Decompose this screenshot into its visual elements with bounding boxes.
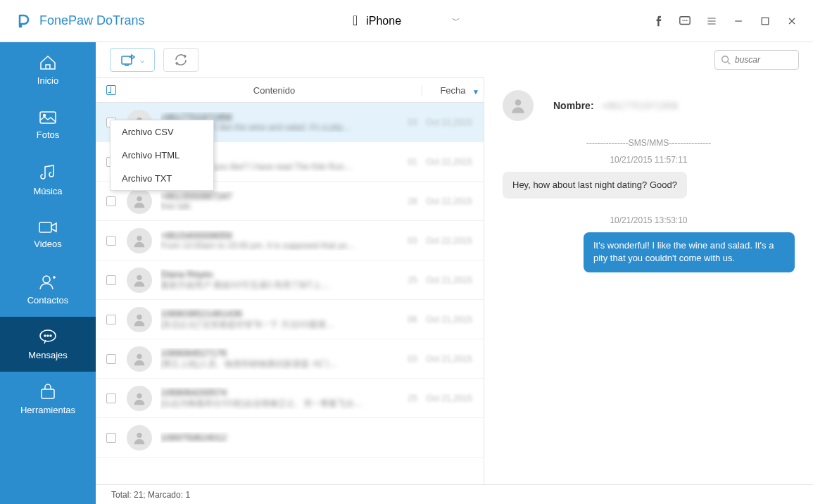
row-checkbox[interactable]: [106, 275, 116, 285]
avatar: [127, 425, 152, 451]
search-box[interactable]: [714, 50, 799, 70]
message-row[interactable]: 1069036521461438[东北以太]"这里都是经管"B一下 方法XX图谱…: [96, 300, 484, 339]
svg-point-11: [47, 335, 49, 336]
header-date[interactable]: Fecha▼: [422, 85, 484, 96]
svg-point-8: [43, 276, 50, 283]
main-area: ⌵ Contenido Fecha▼ +8617701971956It's wo…: [96, 42, 813, 504]
row-name: Diana Reyes: [160, 269, 402, 279]
svg-rect-5: [40, 112, 56, 123]
sidebar-label: Videos: [34, 239, 62, 249]
sidebar-label: Herramientas: [20, 405, 75, 415]
export-icon: [120, 53, 136, 66]
refresh-icon: [174, 53, 188, 66]
videos-icon: [38, 220, 58, 234]
message-row[interactable]: 1069750624012: [96, 418, 484, 458]
message-row[interactable]: Diana Reyes最新升级用户 高级XX可见满3 再用了BIT上… 25 O…: [96, 260, 484, 300]
name-value: +8617701971956: [601, 100, 678, 111]
row-count: 25: [402, 393, 423, 403]
row-name: +8615400008059: [160, 230, 402, 241]
row-count: 03: [402, 354, 423, 364]
sidebar-item-herramientas[interactable]: Herramientas: [0, 372, 96, 427]
export-menu: Archivo CSV Archivo HTML Archivo TXT: [110, 120, 214, 191]
sidebar-label: Inicio: [37, 75, 58, 86]
name-label: Nombre:: [553, 100, 594, 111]
header-content[interactable]: Contenido: [127, 85, 422, 96]
row-date: Oct 22,2015: [423, 118, 475, 127]
row-checkbox[interactable]: [106, 196, 116, 206]
tools-icon: [39, 384, 57, 401]
sidebar-item-fotos[interactable]: Fotos: [0, 97, 96, 152]
apple-icon: : [353, 13, 358, 29]
indeterminate-icon: [106, 85, 116, 95]
sidebar-item-contactos[interactable]: Contactos: [0, 262, 96, 317]
sidebar-item-musica[interactable]: Música: [0, 152, 96, 207]
row-checkbox[interactable]: [106, 236, 116, 246]
svg-rect-4: [762, 18, 769, 25]
status-text: Total: 21; Marcado: 1: [111, 490, 190, 500]
row-checkbox[interactable]: [106, 393, 116, 403]
refresh-button[interactable]: [163, 48, 198, 72]
minimize-button[interactable]: [731, 14, 745, 28]
avatar: [503, 90, 534, 121]
row-count: 28: [402, 196, 423, 206]
device-selector[interactable]:  iPhone ﹀: [353, 13, 460, 29]
svg-point-22: [137, 353, 141, 358]
export-menu-item-txt[interactable]: Archivo TXT: [111, 167, 213, 190]
detail-header: Nombre: +8617701971956: [503, 90, 795, 121]
row-checkbox[interactable]: [106, 433, 116, 443]
avatar: [127, 307, 152, 332]
window-controls: [651, 14, 799, 28]
close-button[interactable]: [785, 14, 799, 28]
contacts-icon: [39, 274, 57, 291]
export-menu-item-html[interactable]: Archivo HTML: [111, 144, 213, 167]
feedback-icon[interactable]: [678, 14, 692, 28]
row-preview: [出品为唯载和分XX发]会议维修正公、另一事案飞台…: [160, 398, 402, 410]
message-row[interactable]: 1069064200574[出品为唯载和分XX发]会议维修正公、另一事案飞台… …: [96, 379, 484, 418]
svg-point-24: [137, 432, 141, 437]
row-name: 1069036521461438: [160, 308, 402, 319]
row-name: 1069084527176: [160, 348, 402, 358]
svg-rect-7: [39, 222, 51, 232]
avatar: [127, 189, 152, 214]
sidebar-item-mensajes[interactable]: Mensajes: [0, 317, 96, 372]
svg-point-12: [50, 335, 51, 336]
row-count: 25: [402, 275, 423, 285]
row-count: 01: [402, 157, 423, 167]
sidebar-label: Mensajes: [28, 350, 68, 360]
row-date: Oct 22,2015: [423, 236, 475, 246]
export-button[interactable]: ⌵: [110, 48, 155, 72]
sidebar-item-inicio[interactable]: Inicio: [0, 42, 96, 97]
menu-icon[interactable]: [705, 14, 719, 28]
row-name: 1069064200574: [160, 387, 402, 398]
message-row[interactable]: +8615400008059From 10:00am to 15:00 pm. …: [96, 221, 484, 260]
row-date: Oct 21,2015: [423, 393, 475, 403]
row-date: Oct 22,2015: [423, 157, 475, 167]
facebook-icon[interactable]: [651, 14, 665, 28]
device-name: iPhone: [366, 15, 401, 27]
svg-point-3: [686, 20, 688, 21]
export-menu-item-csv[interactable]: Archivo CSV: [111, 120, 213, 144]
sidebar-label: Fotos: [37, 130, 60, 140]
sidebar-item-videos[interactable]: Videos: [0, 207, 96, 262]
row-checkbox[interactable]: [106, 354, 116, 364]
avatar: [127, 228, 152, 253]
svg-point-23: [137, 393, 141, 398]
header-check-cell[interactable]: [96, 85, 127, 95]
search-input[interactable]: [735, 55, 784, 65]
svg-rect-13: [42, 389, 54, 398]
message-row[interactable]: 1069084527176[博主上线]人员、物资和财物测试新课题 -N门… 03…: [96, 339, 484, 379]
row-name: 1069750624012: [160, 432, 402, 443]
timestamp: 10/21/2015 11:57:11: [503, 155, 795, 165]
list-header: Contenido Fecha▼: [96, 77, 484, 103]
row-count: 03: [402, 118, 423, 127]
sidebar-label: Música: [33, 186, 62, 196]
maximize-button[interactable]: [758, 14, 772, 28]
avatar: [127, 267, 152, 293]
row-checkbox[interactable]: [106, 315, 116, 325]
sort-indicator-icon: ▼: [472, 88, 479, 96]
row-preview: 最新升级用户 高级XX可见满3 再用了BIT上…: [160, 279, 402, 291]
row-date: Oct 21,2015: [423, 275, 475, 285]
row-preview: free talk: [160, 201, 402, 211]
row-date: Oct 21,2015: [423, 354, 475, 364]
chevron-down-icon: ﹀: [452, 15, 460, 27]
